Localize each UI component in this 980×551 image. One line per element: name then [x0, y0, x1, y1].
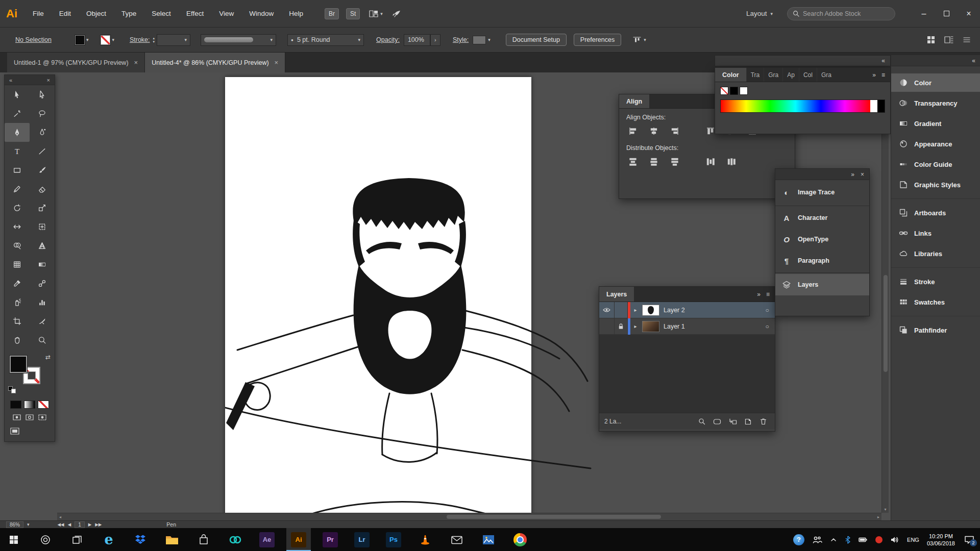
default-fill-stroke-icon[interactable]	[8, 386, 17, 394]
taskbar-illustrator[interactable]: Ai	[286, 528, 311, 551]
disclosure-icon[interactable]: ▸	[630, 307, 641, 313]
taskbar-mail[interactable]	[445, 528, 469, 551]
gradient-button[interactable]	[24, 400, 35, 409]
spectrum-black-chip[interactable]	[877, 100, 885, 112]
close-panel-icon[interactable]: ×	[47, 77, 50, 83]
color-panel-tab[interactable]: Color	[715, 68, 746, 82]
taskbar-vlc[interactable]	[413, 528, 437, 551]
layer-name[interactable]: Layer 1	[664, 323, 760, 330]
expand-panel-icon[interactable]: »	[851, 171, 854, 178]
panel-collapse-strip[interactable]: «	[715, 55, 891, 66]
tool-symbol-sprayer[interactable]	[5, 293, 30, 312]
dock-item-libraries[interactable]: Libraries	[891, 244, 980, 263]
expand-panel-icon[interactable]: »	[757, 291, 761, 298]
swatch-black[interactable]	[730, 87, 738, 95]
panel-menu-icon[interactable]	[963, 36, 971, 43]
swatch-white[interactable]	[740, 87, 748, 95]
maximize-button[interactable]	[935, 0, 958, 28]
tool-pen[interactable]	[5, 123, 30, 142]
swatch-none[interactable]	[720, 87, 728, 95]
target-icon[interactable]: ○	[760, 307, 775, 314]
draw-normal-icon[interactable]	[12, 414, 21, 421]
document-tab-2[interactable]: Untitled-4* @ 86% (CMYK/GPU Preview) ×	[145, 53, 285, 72]
dock-item-appearance[interactable]: Appearance	[891, 135, 980, 153]
app-logo[interactable]: Ai	[6, 7, 17, 20]
tool-eraser[interactable]	[30, 180, 55, 198]
dock-item-gradient[interactable]: Gradient	[891, 114, 980, 133]
document-setup-button[interactable]: Document Setup	[506, 34, 567, 46]
stack-item-image-trace[interactable]: ◐ Image Trace	[775, 180, 869, 205]
distribute-center-vertical-icon[interactable]	[647, 156, 660, 168]
tool-mesh[interactable]	[5, 255, 30, 274]
menu-edit[interactable]: Edit	[59, 10, 71, 17]
stock-button[interactable]: St	[346, 8, 360, 19]
spectrum-gradient[interactable]	[721, 100, 870, 112]
align-right-icon[interactable]	[668, 125, 681, 137]
tool-free-transform[interactable]	[30, 217, 55, 236]
stack-item-opentype[interactable]: O OpenType	[775, 229, 869, 250]
tool-hand[interactable]	[5, 331, 30, 349]
color-button[interactable]	[10, 400, 21, 409]
stock-search-box[interactable]	[787, 7, 895, 20]
locate-object-button[interactable]	[695, 415, 708, 428]
collapse-icon[interactable]: «	[881, 57, 885, 64]
opacity-label[interactable]: Opacity:	[376, 36, 400, 43]
distribute-bottom-icon[interactable]	[668, 156, 681, 168]
dock-item-pathfinder[interactable]: Pathfinder	[891, 321, 980, 339]
tool-pencil[interactable]	[5, 180, 30, 198]
tool-column-graph[interactable]	[30, 293, 55, 312]
stroke-weight-dropdown[interactable]: ▾	[157, 34, 190, 46]
tool-scale[interactable]	[30, 198, 55, 217]
taskbar-premiere[interactable]: Pr	[318, 528, 342, 551]
layer-thumbnail[interactable]	[642, 321, 659, 332]
none-button[interactable]	[38, 400, 49, 409]
collapse-panel-icon[interactable]: «	[9, 77, 12, 83]
horizontal-scroll-thumb[interactable]	[447, 515, 661, 519]
tool-rotate[interactable]	[5, 198, 30, 217]
close-tab-icon[interactable]: ×	[134, 59, 138, 66]
fill-swatch[interactable]	[10, 356, 27, 373]
expand-panel-icon[interactable]: »	[872, 71, 876, 79]
stock-search-input[interactable]	[803, 10, 884, 17]
menu-object[interactable]: Object	[86, 10, 106, 17]
arrange-documents-button[interactable]: ▾	[369, 10, 383, 18]
last-artboard-icon[interactable]: ▶▶	[95, 522, 102, 527]
close-button[interactable]: ×	[958, 0, 980, 28]
battery-icon[interactable]	[859, 537, 868, 543]
tool-lasso[interactable]	[30, 104, 55, 123]
document-tab-1[interactable]: Untitled-1 @ 97% (CMYK/GPU Preview) ×	[7, 53, 145, 72]
stack-item-character[interactable]: A Character	[775, 207, 869, 229]
tool-artboard[interactable]	[5, 312, 30, 331]
dock-collapse-strip[interactable]: «	[891, 55, 980, 66]
layers-panel-tab[interactable]: Layers	[599, 287, 634, 302]
distribute-top-icon[interactable]	[626, 156, 640, 168]
tray-expand-icon[interactable]	[830, 537, 837, 543]
tool-paintbrush[interactable]	[30, 161, 55, 180]
tab-transparency[interactable]: Tra	[746, 68, 764, 82]
taskbar-photoshop[interactable]: Ps	[381, 528, 406, 551]
stack-item-paragraph[interactable]: ¶ Paragraph	[775, 250, 869, 271]
tool-eyedropper[interactable]	[5, 274, 30, 293]
stroke-label[interactable]: Stroke:	[130, 36, 150, 43]
stroke-weight-stepper[interactable]: ▴▾	[153, 36, 155, 43]
menu-help[interactable]: Help	[289, 10, 303, 17]
dock-item-stroke[interactable]: Stroke	[891, 272, 980, 291]
align-shortcut-button[interactable]: ▾	[632, 36, 646, 44]
distribute-left-icon[interactable]	[704, 156, 717, 168]
scroll-left-icon[interactable]: ◂	[59, 515, 61, 519]
bluetooth-icon[interactable]	[845, 536, 851, 544]
dock-item-transparency[interactable]: Transparency	[891, 94, 980, 112]
draw-behind-icon[interactable]	[25, 414, 34, 421]
tool-line-segment[interactable]	[30, 142, 55, 161]
preferences-button[interactable]: Preferences	[574, 34, 621, 46]
tool-zoom[interactable]	[30, 331, 55, 349]
layer-row-1[interactable]: ▸ Layer 1 ○	[599, 318, 775, 335]
delete-layer-button[interactable]	[756, 415, 770, 428]
language-indicator[interactable]: ENG	[907, 537, 919, 543]
lock-toggle[interactable]	[615, 302, 628, 318]
artwork-leonidas[interactable]	[225, 77, 603, 520]
tab-gradient[interactable]: Gra	[764, 68, 782, 82]
align-left-icon[interactable]	[626, 125, 640, 137]
volume-icon[interactable]	[890, 536, 899, 543]
tool-rectangle[interactable]	[5, 161, 30, 180]
